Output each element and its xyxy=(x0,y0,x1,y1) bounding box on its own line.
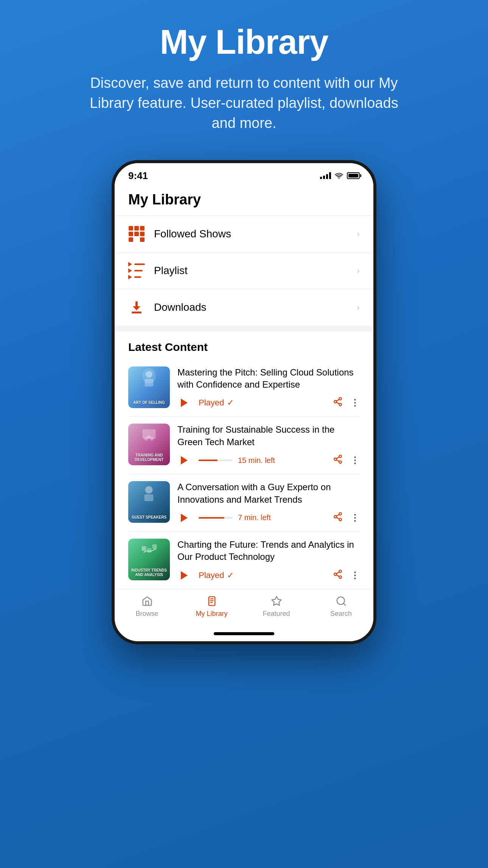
content-thumbnail-2: TRAINING AND DEVELOPMENT xyxy=(128,424,170,465)
playlist-label: Playlist xyxy=(154,265,188,277)
svg-line-26 xyxy=(336,514,339,516)
tab-my-library-label: My Library xyxy=(196,610,227,618)
phone-shell: 9:41 xyxy=(112,160,376,644)
app-title: My Library xyxy=(128,192,360,208)
tab-bar: Browse My Library xyxy=(115,589,373,629)
wifi-icon xyxy=(335,173,343,179)
app-header: My Library xyxy=(115,185,373,216)
menu-item-playlist[interactable]: Playlist › xyxy=(115,252,373,289)
share-button-1[interactable] xyxy=(333,397,343,409)
svg-line-34 xyxy=(336,572,339,573)
menu-item-downloads[interactable]: Downloads › xyxy=(115,289,373,326)
section-separator xyxy=(115,326,373,332)
svg-line-33 xyxy=(336,575,339,576)
svg-rect-27 xyxy=(142,546,146,551)
progress-bar-2: 15 min. left xyxy=(199,456,325,465)
played-status-1: Played ✓ xyxy=(199,398,234,408)
latest-content-title: Latest Content xyxy=(128,332,360,360)
star-icon xyxy=(270,595,283,608)
search-icon xyxy=(335,595,348,608)
playlist-icon xyxy=(128,262,145,279)
content-thumbnail-1: ART OF SELLING xyxy=(128,366,170,408)
share-button-3[interactable] xyxy=(333,512,343,524)
latest-content-section: Latest Content ART OF SELLING xyxy=(115,332,373,589)
content-item: ART OF SELLING Mastering the Pitch: Sell… xyxy=(128,360,360,417)
more-button-2[interactable]: ⋮ xyxy=(350,455,360,466)
chevron-icon: › xyxy=(357,302,360,313)
home-icon xyxy=(141,595,154,608)
content-item: GUEST SPEAKERS A Conversation with a Guy… xyxy=(128,474,360,532)
svg-rect-29 xyxy=(152,544,157,549)
svg-point-20 xyxy=(145,486,153,494)
downloads-icon xyxy=(128,299,145,316)
tab-browse-label: Browse xyxy=(135,610,158,618)
content-item: INDUSTRY TRENDS AND ANALYSIS Charting th… xyxy=(128,532,360,589)
hero-title: My Library xyxy=(160,23,328,62)
content-title-4: Charting the Future: Trends and Analytic… xyxy=(177,539,360,563)
svg-point-13 xyxy=(150,437,154,441)
menu-item-followed-shows[interactable]: Followed Shows › xyxy=(115,216,373,252)
more-button-3[interactable]: ⋮ xyxy=(350,513,360,523)
tab-featured[interactable]: Featured xyxy=(244,595,309,618)
svg-line-41 xyxy=(343,603,345,605)
content-thumbnail-3: GUEST SPEAKERS xyxy=(128,481,170,523)
svg-rect-21 xyxy=(145,494,154,501)
library-icon xyxy=(205,595,218,608)
play-button-3[interactable] xyxy=(177,511,191,525)
tab-my-library[interactable]: My Library xyxy=(179,595,244,618)
status-time: 9:41 xyxy=(128,170,148,182)
content-thumbnail-4: INDUSTRY TRENDS AND ANALYSIS xyxy=(128,539,170,580)
content-title-3: A Conversation with a Guy Experto on Inn… xyxy=(177,481,360,506)
time-left-2: 15 min. left xyxy=(238,456,275,465)
tab-browse[interactable]: Browse xyxy=(115,595,179,618)
played-status-4: Played ✓ xyxy=(199,570,234,580)
tab-search[interactable]: Search xyxy=(309,595,373,618)
tab-featured-label: Featured xyxy=(263,610,290,618)
svg-line-10 xyxy=(336,399,339,401)
signal-icon xyxy=(320,172,331,179)
svg-line-18 xyxy=(336,460,339,461)
svg-rect-28 xyxy=(147,548,152,553)
play-button-1[interactable] xyxy=(177,396,191,410)
content-title-2: Training for Sustainable Success in the … xyxy=(177,424,360,448)
followed-shows-icon xyxy=(128,226,145,242)
tab-search-label: Search xyxy=(330,610,352,618)
status-bar: 9:41 xyxy=(115,163,373,185)
svg-point-14 xyxy=(148,435,151,438)
svg-rect-0 xyxy=(135,301,138,307)
svg-rect-2 xyxy=(132,312,141,313)
content-title-1: Mastering the Pitch: Selling Cloud Solut… xyxy=(177,366,360,391)
chevron-icon: › xyxy=(357,229,360,239)
menu-list: Followed Shows › xyxy=(115,216,373,326)
progress-bar-3: 7 min. left xyxy=(199,513,325,522)
hero-subtitle: Discover, save and return to content wit… xyxy=(81,73,407,134)
svg-point-4 xyxy=(146,371,152,378)
time-left-3: 7 min. left xyxy=(238,513,271,522)
chevron-icon: › xyxy=(357,265,360,276)
share-button-4[interactable] xyxy=(333,569,343,581)
more-button-1[interactable]: ⋮ xyxy=(350,397,360,408)
play-button-2[interactable] xyxy=(177,453,191,467)
svg-line-19 xyxy=(336,457,339,458)
play-button-4[interactable] xyxy=(177,569,191,582)
svg-marker-1 xyxy=(133,306,140,310)
screen: My Library xyxy=(115,185,373,635)
followed-shows-label: Followed Shows xyxy=(154,228,231,240)
downloads-label: Downloads xyxy=(154,301,207,313)
share-button-2[interactable] xyxy=(333,454,343,466)
svg-rect-5 xyxy=(145,379,154,386)
svg-marker-39 xyxy=(272,596,281,605)
battery-icon xyxy=(347,172,360,179)
more-button-4[interactable]: ⋮ xyxy=(350,570,360,581)
home-indicator xyxy=(214,632,274,635)
content-item: TRAINING AND DEVELOPMENT Training for Su… xyxy=(128,417,360,474)
svg-line-25 xyxy=(336,517,339,519)
status-icons xyxy=(320,172,360,179)
svg-line-9 xyxy=(336,402,339,404)
